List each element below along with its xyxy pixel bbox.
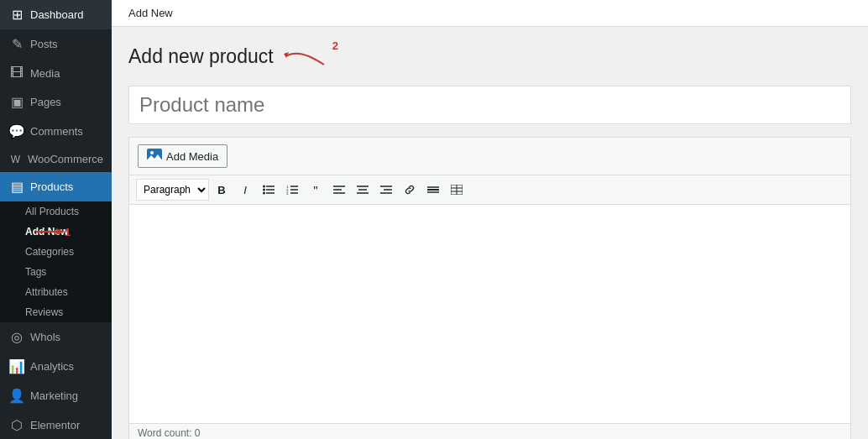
submenu-attributes[interactable]: Attributes [0,282,112,302]
sidebar-item-label: Analytics [30,360,74,373]
svg-marker-1 [56,228,65,235]
woocommerce-icon: W [8,154,23,165]
sidebar-item-posts[interactable]: ✎ Posts [0,29,112,59]
submenu-categories[interactable]: Categories [0,242,112,262]
page-title-row: Add new product 2 [128,39,851,73]
svg-point-9 [263,186,265,188]
sidebar-item-media[interactable]: 🎞 Media [0,59,112,87]
svg-point-11 [263,192,265,195]
sidebar-item-label: Elementor [30,419,80,431]
sidebar-item-elementor[interactable]: ⬡ Elementor [0,410,112,439]
sidebar-item-marketing[interactable]: 👤 Marketing [0,381,112,410]
submenu-all-products[interactable]: All Products [0,201,112,222]
sidebar-item-label: Media [30,67,60,80]
add-media-button[interactable]: Add Media [138,144,227,168]
sidebar-item-whols[interactable]: ◎ Whols [0,322,112,352]
link-button[interactable] [399,179,421,201]
align-right-button[interactable] [375,179,397,201]
italic-button[interactable]: I [234,179,256,201]
submenu-add-new[interactable]: Add New 1 [0,222,112,242]
sidebar-item-label: Pages [30,96,61,108]
svg-text:3.: 3. [286,191,289,195]
bold-button[interactable]: B [211,179,233,201]
sidebar-item-label: Marketing [30,389,78,402]
add-media-icon [147,149,162,164]
elementor-icon: ⬡ [8,417,25,433]
sidebar-item-comments[interactable]: 💬 Comments [0,117,112,146]
sidebar-item-dashboard[interactable]: ⊞ Dashboard [0,0,112,29]
products-icon: ▤ [8,179,25,195]
whols-icon: ◎ [8,329,25,345]
breadcrumb: Add New [128,7,173,19]
analytics-icon: 📊 [8,358,25,374]
submenu-reviews[interactable]: Reviews [0,302,112,322]
sidebar-item-label: Products [30,180,73,193]
sidebar-item-label: Dashboard [30,8,84,21]
pages-icon: ▣ [8,94,25,110]
table-button[interactable] [446,179,468,201]
marketing-icon: 👤 [8,388,25,404]
word-count: Word count: 0 [138,427,200,439]
product-name-input[interactable] [128,86,851,124]
sidebar-item-woocommerce[interactable]: W WooCommerce [0,146,112,172]
sidebar-item-label: Comments [30,125,83,138]
word-count-bar: Word count: 0 [129,423,850,439]
sidebar-item-pages[interactable]: ▣ Pages [0,87,112,117]
sidebar-item-analytics[interactable]: 📊 Analytics [0,352,112,381]
comments-icon: 💬 [8,123,25,139]
horizontal-rule-button[interactable] [422,179,444,201]
main-content: Add New Add new product 2 [112,0,868,439]
sidebar-item-label: Posts [30,38,58,50]
unordered-list-button[interactable] [258,179,280,201]
align-center-button[interactable] [352,179,374,201]
editor-body[interactable] [129,205,850,423]
page-title: Add new product [128,45,274,68]
editor-wrapper: Add Media Paragraph B I 1.2.3. " [128,137,851,439]
blockquote-button[interactable]: " [305,179,327,201]
align-left-button[interactable] [328,179,350,201]
ordered-list-button[interactable]: 1.2.3. [281,179,303,201]
submenu-tags[interactable]: Tags [0,262,112,282]
annotation-arrow-1: 1 [35,225,71,238]
breadcrumb-bar: Add New [112,0,868,27]
sidebar-item-label: WooCommerce [28,153,103,165]
dashboard-icon: ⊞ [8,7,25,23]
products-submenu: All Products Add New 1 Categories Tags A… [0,201,112,322]
sidebar: ⊞ Dashboard ✎ Posts 🎞 Media ▣ Pages 💬 Co… [0,0,112,439]
add-media-bar: Add Media [129,138,850,175]
add-media-label: Add Media [166,150,218,163]
sidebar-item-label: Whols [30,331,60,343]
editor-toolbar: Paragraph B I 1.2.3. " [129,175,850,205]
sidebar-item-products[interactable]: ▤ Products [0,172,112,201]
media-icon: 🎞 [8,65,25,81]
svg-point-10 [263,189,265,191]
svg-point-4 [150,151,154,154]
posts-icon: ✎ [8,36,25,52]
annotation-arrow-2: 2 [282,39,338,69]
paragraph-select[interactable]: Paragraph [136,179,209,201]
content-area: Add new product 2 [112,27,868,439]
